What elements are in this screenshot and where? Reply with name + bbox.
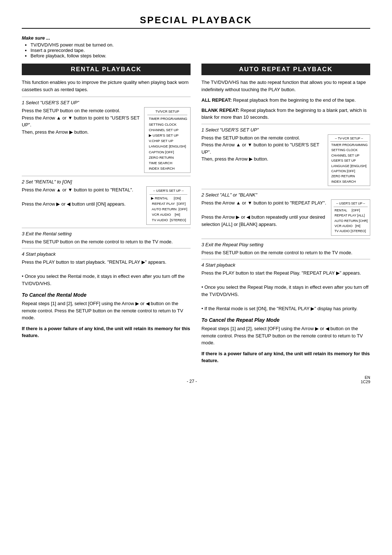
rental-step-2-text: Press the Arrow ▲ or ▼ button to point t… [22, 186, 143, 208]
rental-step-2-menu: -- USER'S SET UP -- RENTAL [ON] REPEAT P… [146, 186, 191, 224]
rental-cancel-text: Repeat steps [1] and [2], select [OFF] u… [22, 300, 191, 321]
auto-step-4-text: Press the PLAY button to start the Repea… [201, 270, 370, 312]
rental-step-1-menu: TV/VCR SETUP TIMER PROGRAMMING SETTING C… [144, 107, 191, 173]
rental-step-2: 2 Set "RENTAL" to [ON] Press the Arrow ▲… [22, 176, 191, 224]
rental-step-3-title: 3 Exit the Rental setting [22, 231, 191, 236]
auto-repeat-intro: The TV/DVD/VHS has the auto repeat funct… [201, 79, 370, 93]
auto-step-1: 1 Select "USER'S SET UP" Press the SETUP… [201, 124, 370, 186]
auto-step-3-title: 3 Exit the Repeat Play setting [201, 242, 370, 247]
rental-step-4-text: Press the PLAY button to start playback.… [22, 259, 191, 287]
auto-step-2: 2 Select "ALL" or "BLANK" Press the Arro… [201, 189, 370, 236]
rental-cancel: To Cancel the Rental Mode Repeat steps [… [22, 292, 191, 339]
auto-step-2-text: Press the Arrow ▲ or ▼ button to point t… [201, 199, 327, 228]
rental-step-3: 3 Exit the Rental setting Press the SETU… [22, 228, 191, 246]
auto-repeat-cancel-title: To Cancel the Repeat Play Mode [201, 317, 370, 323]
make-sure-item-2: Insert a prerecorded tape. [30, 48, 370, 53]
auto-step-2-title: 2 Select "ALL" or "BLANK" [201, 192, 370, 198]
auto-repeat-section: AUTO REPEAT PLAYBACK The TV/DVD/VHS has … [201, 64, 370, 364]
footer-info: EN 1C29 [361, 375, 370, 384]
rental-step-1-title: 1 Select "USER'S SET UP" [22, 100, 191, 105]
rental-step-2-title: 2 Set "RENTAL" to [ON] [22, 179, 191, 185]
rental-header: RENTAL PLAYBACK [22, 64, 191, 75]
page-title: SPECIAL PLAYBACK [22, 15, 370, 29]
footer-page: - 27 - [23, 379, 360, 384]
auto-step-4-title: 4 Start playback [201, 262, 370, 268]
auto-repeat-cancel-text: Repeat steps [1] and [2], select [OFF] u… [201, 325, 370, 347]
auto-step-1-title: 1 Select "USER'S SET UP" [201, 127, 370, 133]
rental-step-4-title: 4 Start playback [22, 251, 191, 257]
all-repeat-def: ALL REPEAT: Repeat playback from the beg… [201, 97, 370, 104]
rental-cancel-title: To Cancel the Rental Mode [22, 292, 191, 298]
auto-step-1-menu: -- TV-VCR SETUP -- TIMER PROGRAMMING SET… [328, 134, 370, 186]
auto-step-1-text: Press the SETUP button on the remote con… [201, 134, 324, 163]
auto-step-4: 4 Start playback Press the PLAY button t… [201, 259, 370, 312]
auto-step-2-menu: -- USER'S SET UP -- RENTAL [OFF] REPEAT … [331, 199, 370, 236]
rental-step-4: 4 Start playback Press the PLAY button t… [22, 248, 191, 287]
auto-repeat-cancel-note: If there is a power failure of any kind,… [201, 350, 370, 364]
make-sure-list: TV/DVD/VHS power must be turned on. Inse… [30, 42, 370, 58]
rental-intro: This function enables you to improve the… [22, 79, 191, 93]
rental-step-1: 1 Select "USER'S SET UP" Press the SETUP… [22, 97, 191, 173]
make-sure-label: Make sure ... [22, 35, 370, 41]
rental-step-1-text: Press the SETUP button on the remote con… [22, 107, 140, 135]
rental-section: RENTAL PLAYBACK This function enables yo… [22, 64, 191, 364]
auto-step-3: 3 Exit the Repeat Play setting Press the… [201, 239, 370, 256]
make-sure-item-1: TV/DVD/VHS power must be turned on. [30, 42, 370, 48]
blank-repeat-def: BLANK REPEAT: Repeat playback from the b… [201, 107, 370, 121]
rental-cancel-note: If there is a power failure of any kind,… [22, 325, 191, 339]
auto-repeat-header: AUTO REPEAT PLAYBACK [201, 64, 370, 75]
make-sure-item-3: Before playback, follow steps below. [30, 53, 370, 58]
auto-step-3-text: Press the SETUP button on the remote con… [201, 249, 370, 256]
auto-repeat-cancel: To Cancel the Repeat Play Mode Repeat st… [201, 317, 370, 364]
footer: - 27 - EN 1C29 [22, 375, 370, 384]
rental-step-3-text: Press the SETUP button on the remote con… [22, 238, 191, 246]
